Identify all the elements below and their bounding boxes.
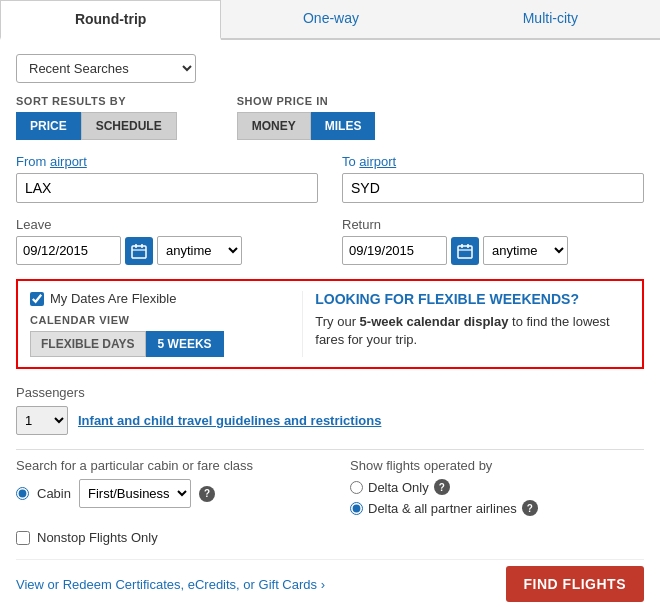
divider: [16, 449, 644, 450]
to-prefix-text: To: [342, 154, 359, 169]
five-weeks-button[interactable]: 5 WEEKS: [146, 331, 224, 357]
leave-date-input[interactable]: [16, 236, 121, 265]
passengers-row: 1234 5678 Infant and child travel guidel…: [16, 406, 644, 435]
leave-input-wrap: anytime morning afternoon evening: [16, 236, 318, 265]
partner-airlines-radio[interactable]: [350, 502, 363, 515]
calendar-view-label: CALENDAR VIEW: [30, 314, 292, 326]
flexible-dates-label: My Dates Are Flexible: [50, 291, 176, 306]
show-miles-button[interactable]: MILES: [311, 112, 376, 140]
tab-round-trip[interactable]: Round-trip: [0, 0, 221, 40]
passengers-label: Passengers: [16, 385, 644, 400]
sort-btn-group: PRICE SCHEDULE: [16, 112, 177, 140]
recent-searches-dropdown[interactable]: Recent Searches: [16, 54, 196, 83]
return-time-select[interactable]: anytime morning afternoon evening: [483, 236, 568, 265]
leave-label: Leave: [16, 217, 318, 232]
delta-only-help-icon[interactable]: ?: [434, 479, 450, 495]
infant-link-suffix: travel guidelines and restrictions: [174, 413, 381, 428]
nonstop-row: Nonstop Flights Only: [16, 530, 644, 545]
recent-searches-row: Recent Searches: [16, 54, 644, 83]
sort-price-button[interactable]: PRICE: [16, 112, 81, 140]
cabin-left: Search for a particular cabin or fare cl…: [16, 458, 310, 516]
certificates-link[interactable]: View or Redeem Certificates, eCredits, o…: [16, 577, 325, 592]
leave-group: Leave anytime morning afternoon evening: [16, 217, 318, 265]
flexible-promo-bold: 5-week calendar display: [360, 314, 509, 329]
from-prefix-text: From: [16, 154, 50, 169]
delta-only-radio[interactable]: [350, 481, 363, 494]
return-input-wrap: anytime morning afternoon evening: [342, 236, 644, 265]
flexible-left: My Dates Are Flexible CALENDAR VIEW FLEX…: [30, 291, 302, 357]
svg-rect-4: [458, 246, 472, 258]
flexible-promo-title: LOOKING FOR FLEXIBLE WEEKENDS?: [315, 291, 630, 307]
passengers-select[interactable]: 1234 5678: [16, 406, 68, 435]
return-date-input[interactable]: [342, 236, 447, 265]
controls-row: SORT RESULTS BY PRICE SCHEDULE SHOW PRIC…: [16, 95, 644, 140]
cabin-row: Cabin First/Business Economy Business Fi…: [16, 479, 310, 508]
cabin-help-icon[interactable]: ?: [199, 486, 215, 502]
delta-only-row: Delta Only ?: [350, 479, 644, 495]
sort-schedule-button[interactable]: SCHEDULE: [81, 112, 177, 140]
form-area: Recent Searches SORT RESULTS BY PRICE SC…: [0, 40, 660, 607]
date-row: Leave anytime morning afternoon evening …: [16, 217, 644, 265]
flexible-check-row: My Dates Are Flexible: [30, 291, 292, 306]
cabin-title: Search for a particular cabin or fare cl…: [16, 458, 310, 473]
to-group: To airport: [342, 154, 644, 203]
main-container: Round-trip One-way Multi-city Recent Sea…: [0, 0, 660, 607]
cabin-right: Show flights operated by Delta Only ? De…: [350, 458, 644, 516]
return-group: Return anytime morning afternoon evening: [342, 217, 644, 265]
infant-link-bold: Infant and child: [78, 413, 174, 428]
cabin-section: Search for a particular cabin or fare cl…: [16, 458, 644, 516]
tab-multi-city[interactable]: Multi-city: [441, 0, 660, 38]
cabin-radio[interactable]: [16, 487, 29, 500]
leave-calendar-icon[interactable]: [125, 237, 153, 265]
from-label: From airport: [16, 154, 318, 169]
flights-operated-title: Show flights operated by: [350, 458, 644, 473]
sort-group: SORT RESULTS BY PRICE SCHEDULE: [16, 95, 177, 140]
show-price-label: SHOW PRICE IN: [237, 95, 376, 107]
flexible-dates-checkbox[interactable]: [30, 292, 44, 306]
partner-airlines-label: Delta & all partner airlines: [368, 501, 517, 516]
to-airport-link[interactable]: airport: [359, 154, 396, 169]
from-airport-input[interactable]: [16, 173, 318, 203]
show-price-btn-group: MONEY MILES: [237, 112, 376, 140]
to-label: To airport: [342, 154, 644, 169]
calendar-view-btn-group: FLEXIBLE DAYS 5 WEEKS: [30, 331, 292, 357]
find-flights-button[interactable]: FIND FLIGHTS: [506, 566, 644, 602]
cabin-class-select[interactable]: First/Business Economy Business First: [79, 479, 191, 508]
show-money-button[interactable]: MONEY: [237, 112, 311, 140]
to-airport-input[interactable]: [342, 173, 644, 203]
delta-only-label: Delta Only: [368, 480, 429, 495]
flexible-days-button[interactable]: FLEXIBLE DAYS: [30, 331, 146, 357]
cabin-radio-label: Cabin: [37, 486, 71, 501]
from-airport-link[interactable]: airport: [50, 154, 87, 169]
svg-rect-0: [132, 246, 146, 258]
flight-ops-options: Delta Only ? Delta & all partner airline…: [350, 479, 644, 516]
flexible-box: My Dates Are Flexible CALENDAR VIEW FLEX…: [16, 279, 644, 369]
leave-time-select[interactable]: anytime morning afternoon evening: [157, 236, 242, 265]
infant-link[interactable]: Infant and child travel guidelines and r…: [78, 413, 381, 428]
airport-row: From airport To airport: [16, 154, 644, 203]
nonstop-checkbox[interactable]: [16, 531, 30, 545]
flexible-right: LOOKING FOR FLEXIBLE WEEKENDS? Try our 5…: [302, 291, 630, 357]
nonstop-label: Nonstop Flights Only: [37, 530, 158, 545]
footer-row: View or Redeem Certificates, eCredits, o…: [16, 559, 644, 602]
return-label: Return: [342, 217, 644, 232]
trip-type-tabs: Round-trip One-way Multi-city: [0, 0, 660, 40]
return-calendar-icon[interactable]: [451, 237, 479, 265]
sort-label: SORT RESULTS BY: [16, 95, 177, 107]
passengers-section: Passengers 1234 5678 Infant and child tr…: [16, 385, 644, 435]
tab-one-way[interactable]: One-way: [221, 0, 440, 38]
show-price-group: SHOW PRICE IN MONEY MILES: [237, 95, 376, 140]
from-group: From airport: [16, 154, 318, 203]
partner-airlines-help-icon[interactable]: ?: [522, 500, 538, 516]
partner-airlines-row: Delta & all partner airlines ?: [350, 500, 644, 516]
flexible-promo-text: Try our 5-week calendar display to find …: [315, 313, 630, 349]
